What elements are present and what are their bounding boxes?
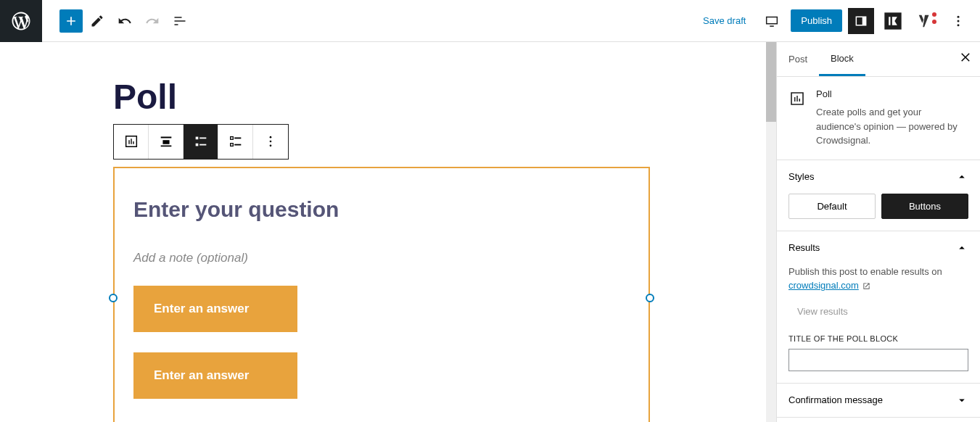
chevron-up-icon [955,241,968,255]
more-vertical-icon [951,14,965,28]
svg-rect-11 [234,144,241,146]
yoast-indicator-1 [932,12,936,17]
panel-results-header[interactable]: Results [777,231,980,265]
chevron-up-icon [955,170,968,183]
crowdsignal-button[interactable] [880,8,906,34]
add-block-button[interactable] [59,9,83,33]
close-icon [960,51,973,64]
document-outline-button[interactable] [167,8,193,34]
outline-icon [173,14,187,28]
svg-point-13 [270,141,272,143]
panel-confirmation: Confirmation message [777,384,980,418]
external-link-icon [862,282,870,290]
undo-icon [118,14,132,28]
poll-answer-input[interactable] [133,352,297,399]
poll-note-input[interactable] [133,251,630,265]
close-sidebar-button[interactable] [960,51,973,67]
redo-button[interactable] [139,8,165,34]
block-type-button[interactable] [114,125,149,159]
scrollbar-thumb[interactable] [766,42,776,122]
pencil-icon [90,14,104,28]
sidebar-icon [854,14,868,28]
panel-styles-title: Styles [788,171,814,182]
crowdsignal-link[interactable]: crowdsignal.com [788,280,859,291]
wordpress-logo[interactable] [0,0,42,42]
editor-scrollbar[interactable] [766,42,776,422]
settings-panel-button[interactable] [848,8,874,34]
svg-rect-5 [199,138,206,139]
tools-button[interactable] [84,8,110,34]
more-vertical-icon [263,134,278,149]
svg-rect-7 [199,144,206,146]
plus-icon [64,14,78,28]
align-button[interactable] [149,125,184,159]
tab-block[interactable]: Block [819,43,865,76]
redo-icon [145,14,160,28]
topbar-left [0,0,193,41]
panel-results: Results Publish this post to enable resu… [777,231,980,384]
svg-rect-4 [195,137,198,140]
panel-styles-header[interactable]: Styles [777,160,980,194]
block-info-title: Poll [816,88,968,99]
chevron-down-icon [955,394,968,407]
block-info: Poll Create polls and get your audience'… [777,77,980,160]
panel-results-title: Results [788,242,820,253]
align-icon [158,133,174,149]
style-options: Default Buttons [788,194,968,219]
poll-title-input[interactable] [788,349,968,371]
resize-handle-right[interactable] [646,294,654,302]
poll-block[interactable] [113,167,650,422]
svg-rect-10 [230,144,233,146]
publish-button[interactable]: Publish [791,9,842,32]
main-area: Poll [0,42,980,422]
undo-button[interactable] [112,8,138,34]
yoast-logo-icon [917,13,933,29]
poll-question-input[interactable] [133,197,630,222]
crowdsignal-icon [883,11,903,31]
poll-title-field-label: TITLE OF THE POLL BLOCK [788,334,968,343]
svg-point-12 [270,136,272,138]
svg-point-2 [958,20,960,22]
results-text: Publish this post to enable results on c… [788,265,968,293]
editor-canvas[interactable]: Poll [0,42,776,422]
svg-rect-9 [234,138,241,139]
topbar-right: Save draft Publish [696,8,980,34]
list-style-outline-button[interactable] [218,125,253,159]
list-style-solid-button[interactable] [184,125,218,159]
panel-confirmation-header[interactable]: Confirmation message [777,384,980,417]
panel-confirmation-title: Confirmation message [788,394,883,405]
tab-post[interactable]: Post [777,44,819,75]
yoast-indicator-2 [932,20,936,24]
results-text-prefix: Publish this post to enable results on [788,266,942,277]
svg-rect-8 [230,137,233,140]
save-draft-button[interactable]: Save draft [696,11,753,30]
poll-icon [123,133,139,149]
options-button[interactable] [945,8,971,34]
block-more-button[interactable] [253,125,288,159]
yoast-button[interactable] [912,8,938,34]
svg-point-3 [958,24,960,26]
poll-answer-input[interactable] [133,286,297,332]
block-info-icon [788,90,806,107]
preview-button[interactable] [759,8,785,34]
post-title[interactable]: Poll [113,78,776,117]
block-info-description: Create polls and get your audience's opi… [816,105,968,148]
list-solid-icon [193,133,209,149]
view-results-link[interactable]: View results [788,306,968,317]
panel-styles: Styles Default Buttons [777,160,980,231]
svg-rect-6 [195,144,198,146]
editor-topbar: Save draft Publish [0,0,980,42]
list-outline-icon [228,133,244,149]
style-buttons-button[interactable]: Buttons [881,194,968,219]
desktop-icon [764,13,780,29]
svg-point-14 [270,145,272,147]
sidebar-tabs: Post Block [777,42,980,77]
resize-handle-left[interactable] [109,294,118,302]
svg-point-1 [958,15,960,17]
style-default-button[interactable]: Default [788,194,876,219]
settings-sidebar: Post Block Poll Create polls and get you… [776,42,980,422]
block-toolbar [113,124,289,160]
poll-icon [788,90,806,107]
